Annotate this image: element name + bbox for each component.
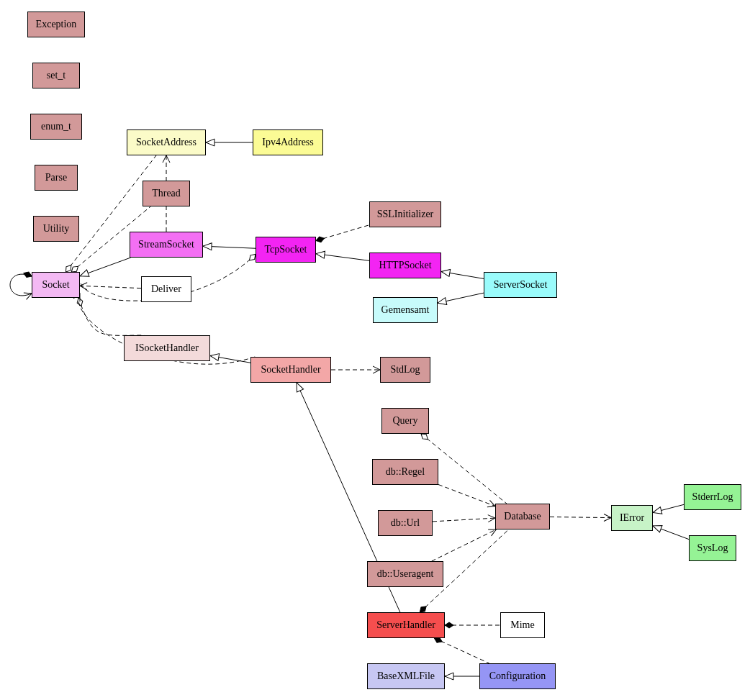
node-gemensamt: Gemensamt — [373, 297, 438, 323]
node-sockethandler: SocketHandler — [250, 357, 331, 383]
node-dbuseragent: db::Useragent — [367, 561, 443, 587]
edge-serverhandler-configuration — [434, 638, 489, 663]
node-enum_t: enum_t — [30, 114, 82, 140]
node-httpsocket: HTTPSocket — [369, 253, 441, 278]
edge-dbuseragent-database — [432, 529, 497, 561]
node-mime: Mime — [500, 612, 545, 638]
edge-streamsocket-socket — [80, 258, 131, 276]
node-sslinitializer: SSLInitializer — [369, 201, 441, 227]
edge-socket-isockethandler — [78, 298, 144, 335]
node-ierror: IError — [611, 505, 653, 531]
node-parse: Parse — [35, 165, 78, 191]
node-set_t: set_t — [32, 63, 80, 88]
node-query: Query — [381, 408, 429, 434]
node-utility: Utility — [33, 216, 79, 242]
node-socket: Socket — [32, 272, 80, 298]
edge-dburl-database — [433, 518, 495, 522]
node-dburl: db::Url — [378, 510, 433, 536]
edge-sockethandler-isockethandler — [210, 355, 250, 363]
edge-syslog-ierror — [653, 526, 689, 540]
edge-tcpsocket-sslinitializer — [316, 225, 369, 241]
edge-database-ierror — [550, 517, 611, 518]
node-exception: Exception — [27, 12, 85, 37]
edge-deliver-socket — [80, 286, 141, 288]
node-isockethandler: ISocketHandler — [124, 335, 210, 361]
node-dbregel: db::Regel — [372, 459, 438, 485]
node-deliver: Deliver — [141, 276, 191, 302]
edge-serversocket-gemensamt — [438, 293, 484, 303]
node-ipv4address: Ipv4Address — [253, 129, 323, 155]
node-thread: Thread — [143, 181, 190, 206]
node-stdlog: StdLog — [380, 357, 430, 383]
node-streamsocket: StreamSocket — [130, 232, 203, 258]
node-socketaddress: SocketAddress — [127, 129, 206, 155]
edge-stderrlog-ierror — [653, 504, 684, 512]
node-stderrlog: StderrLog — [684, 484, 741, 510]
edge-dbregel-database — [438, 484, 495, 506]
node-tcpsocket: TcpSocket — [256, 237, 316, 263]
node-database: Database — [495, 504, 550, 529]
node-syslog: SysLog — [689, 535, 736, 561]
node-configuration: Configuration — [479, 663, 556, 689]
edge-tcpsocket-streamsocket — [203, 246, 256, 248]
node-serverhandler: ServerHandler — [367, 612, 445, 638]
node-serversocket: ServerSocket — [484, 272, 557, 298]
edge-serversocket-httpsocket — [441, 271, 484, 278]
node-basexmlfile: BaseXMLFile — [367, 663, 445, 689]
edge-httpsocket-tcpsocket — [316, 254, 369, 261]
edges-svg — [0, 0, 750, 700]
